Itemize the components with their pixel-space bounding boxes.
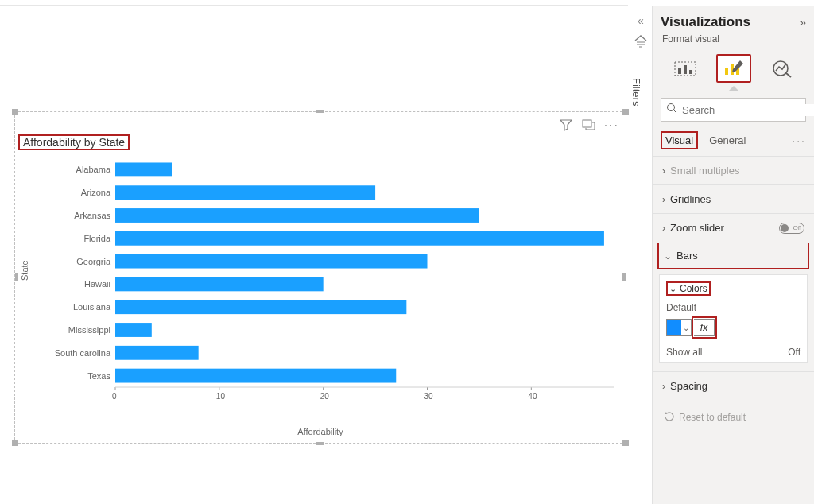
svg-text:South carolina: South carolina: [55, 348, 111, 358]
bar-chart: AlabamaArizonaArkansasFloridaGeorgriaHaw…: [39, 153, 622, 416]
svg-text:Alabama: Alabama: [76, 165, 111, 174]
search-icon: [666, 103, 677, 117]
x-tick-label: 0: [112, 392, 117, 401]
bar[interactable]: [115, 346, 199, 360]
svg-rect-20: [684, 65, 687, 74]
bar[interactable]: [115, 254, 428, 269]
reset-to-default[interactable]: Reset to default: [653, 400, 814, 435]
svg-point-26: [668, 104, 675, 111]
section-label: Spacing: [670, 380, 804, 392]
more-options-icon[interactable]: ···: [604, 118, 619, 134]
chart-plot-area: State AlabamaArizonaArkansasFloridaGeorg…: [15, 153, 624, 416]
format-visual-label: Format visual: [653, 33, 814, 49]
x-tick-label: 30: [424, 392, 433, 401]
tab-general[interactable]: General: [706, 133, 749, 148]
filters-funnel-icon[interactable]: [630, 35, 651, 51]
section-spacing[interactable]: › Spacing: [653, 371, 814, 400]
chart-visual-card[interactable]: ··· Affordability by State State Alabama…: [14, 111, 626, 444]
resize-handle[interactable]: [622, 440, 629, 446]
filter-icon[interactable]: [560, 118, 572, 134]
focus-mode-icon[interactable]: [582, 118, 595, 134]
svg-text:Arizona: Arizona: [81, 188, 111, 197]
analytics-icon[interactable]: [765, 54, 800, 83]
svg-rect-19: [678, 68, 681, 74]
chevron-down-icon: ⌄: [681, 324, 691, 332]
bar[interactable]: [115, 300, 406, 314]
collapse-filters-icon[interactable]: «: [630, 14, 651, 27]
svg-text:Louisiana: Louisiana: [73, 302, 111, 312]
svg-text:Arkansas: Arkansas: [74, 211, 110, 220]
subgroup-colors: ⌄ Colors Default ⌄ fx Show all Off: [659, 274, 808, 363]
bar[interactable]: [115, 208, 479, 223]
bar[interactable]: [115, 162, 172, 176]
svg-text:Texas: Texas: [87, 371, 110, 381]
reset-label: Reset to default: [679, 412, 746, 423]
x-tick-label: 10: [216, 392, 225, 401]
x-axis-label: Affordability: [297, 427, 343, 436]
more-tabs-icon[interactable]: ···: [792, 134, 806, 147]
reset-icon: [664, 411, 674, 424]
filters-pane-label[interactable]: Filters: [630, 78, 642, 106]
chart-title: Affordability by State: [18, 134, 130, 150]
section-label: Small multiples: [670, 165, 804, 176]
section-label: Bars: [676, 250, 803, 262]
resize-handle[interactable]: [316, 110, 324, 113]
colors-header[interactable]: ⌄ Colors: [666, 281, 711, 296]
search-field[interactable]: [677, 104, 814, 116]
expand-panel-icon[interactable]: »: [800, 16, 806, 29]
x-tick-label: 40: [528, 392, 537, 401]
search-input[interactable]: [661, 98, 806, 122]
resize-handle[interactable]: [622, 109, 629, 115]
resize-handle[interactable]: [12, 440, 18, 446]
color-swatch: [667, 320, 681, 335]
resize-handle[interactable]: [316, 442, 324, 445]
section-label: Zoom slider: [670, 222, 774, 234]
visualizations-panel: Visualizations » Format visual Visual Ge…: [652, 6, 814, 504]
bar[interactable]: [115, 231, 604, 246]
resize-handle[interactable]: [12, 109, 18, 115]
section-small-multiples[interactable]: › Small multiples: [653, 156, 814, 184]
chevron-right-icon: ›: [662, 194, 665, 205]
section-label: Gridlines: [670, 193, 804, 205]
chevron-right-icon: ›: [662, 381, 665, 392]
bar[interactable]: [115, 185, 375, 200]
y-axis-label: State: [20, 260, 29, 281]
chevron-right-icon: ›: [662, 165, 665, 176]
default-color-label: Default: [666, 302, 800, 313]
svg-text:Florida: Florida: [83, 234, 111, 243]
tab-visual[interactable]: Visual: [661, 131, 698, 149]
svg-text:Mississippi: Mississippi: [68, 325, 110, 335]
default-color-picker[interactable]: ⌄: [666, 319, 692, 336]
toggle-show-all[interactable]: Off: [788, 347, 800, 358]
svg-rect-22: [725, 68, 728, 75]
section-zoom-slider[interactable]: › Zoom slider Off: [653, 213, 814, 242]
chevron-right-icon: ›: [662, 223, 665, 234]
chevron-down-icon: ⌄: [664, 250, 672, 262]
x-tick-label: 20: [320, 392, 329, 401]
section-bars[interactable]: ⌄ Bars: [657, 243, 809, 269]
svg-text:Georgria: Georgria: [76, 257, 111, 266]
svg-rect-21: [689, 70, 692, 74]
show-all-label: Show all: [666, 347, 788, 358]
bar[interactable]: [115, 277, 324, 291]
conditional-formatting-fx-button[interactable]: fx: [694, 319, 715, 336]
chevron-down-icon: ⌄: [669, 284, 676, 294]
svg-text:Hawaii: Hawaii: [84, 279, 110, 289]
section-label: Colors: [680, 283, 707, 294]
format-visual-icon[interactable]: [716, 54, 751, 83]
panel-title: Visualizations: [661, 14, 800, 30]
build-visual-icon[interactable]: [668, 54, 703, 83]
bar[interactable]: [115, 323, 152, 337]
section-gridlines[interactable]: › Gridlines: [653, 184, 814, 213]
bar[interactable]: [115, 369, 396, 383]
toggle-zoom-slider[interactable]: Off: [779, 223, 804, 234]
svg-rect-0: [583, 120, 591, 127]
